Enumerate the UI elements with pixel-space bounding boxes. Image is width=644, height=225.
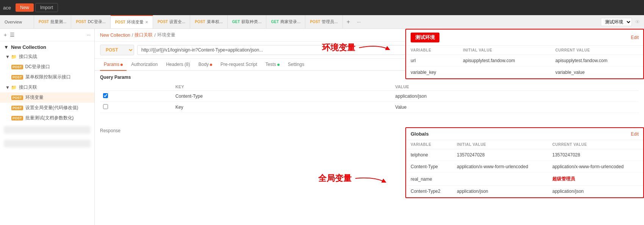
- global-annotation: 全局变量: [318, 169, 389, 188]
- main-layout: + ☰ ··· ▼ New Collection ▼ 📁 接口实战 POST D…: [0, 29, 644, 225]
- breadcrumb-collection[interactable]: New Collection: [100, 33, 130, 38]
- globals-header: Globals Edit: [406, 128, 643, 140]
- item-label-env: 环境变量: [25, 94, 44, 101]
- tab-dc-login-method: POST: [76, 20, 86, 24]
- sidebar-filter-button[interactable]: ☰: [10, 32, 15, 38]
- import-button[interactable]: Import: [35, 3, 58, 12]
- tab-pre-request[interactable]: Pre-request Script: [217, 59, 261, 71]
- globals-ctype2-initial: application/json: [452, 186, 548, 197]
- tab-get-species[interactable]: GET 获取种类...: [228, 15, 267, 29]
- row2-value[interactable]: Value: [392, 102, 639, 113]
- env-panel-header: 测试环境 Edit: [406, 30, 643, 46]
- new-button[interactable]: New: [16, 3, 34, 12]
- collection-name: New Collection: [11, 44, 46, 50]
- sidebar-item-menu-auth[interactable]: POST 菜单权限控制展示接口: [0, 72, 94, 82]
- table-row: Key Value: [100, 102, 639, 113]
- params-table: KEY VALUE Content-Type application/json …: [100, 83, 639, 113]
- params-col-key: KEY: [172, 83, 392, 91]
- method-badge-set-global: POST: [11, 106, 23, 110]
- tab-env-var-method: POST: [115, 20, 125, 24]
- tab-env-var-close[interactable]: ✕: [145, 20, 148, 24]
- env-varkey-var: variable_key: [406, 67, 458, 78]
- tab-body[interactable]: Body: [195, 59, 216, 71]
- breadcrumb-assoc[interactable]: 接口关联: [134, 32, 153, 38]
- tab-batch-test-label: 批量测...: [50, 19, 66, 25]
- tab-authorization[interactable]: Authorization: [127, 59, 161, 71]
- tab-merchant-login[interactable]: GET 商家登录...: [266, 15, 305, 29]
- globals-row-ctype: Content-Type application/x-www-form-urle…: [406, 161, 643, 173]
- sidebar-blur-2: [4, 140, 91, 147]
- tab-headers[interactable]: Headers (8): [162, 59, 194, 71]
- method-badge-batch: POST: [11, 116, 23, 120]
- sidebar-item-batch[interactable]: POST 批量测试(文档参数数化): [0, 113, 94, 123]
- folder-label-practice: 接口实战: [19, 53, 37, 60]
- globals-ctype-initial: application/x-www-form-urlencoded: [452, 161, 548, 173]
- row1-value: application/json: [392, 91, 639, 102]
- sidebar-folder-assoc[interactable]: ▼ 📁 接口关联: [0, 82, 94, 92]
- tabs-bar: Overview POST 批量测... POST DC登录... POST 环…: [0, 15, 644, 29]
- env-varkey-current: variable_value: [551, 67, 643, 78]
- tab-get-species-label: 获取种类...: [241, 19, 261, 25]
- sidebar-add-button[interactable]: +: [4, 32, 7, 38]
- globals-ctype2-var: Content-Type2: [406, 186, 452, 197]
- item-label-dc: DC登录接口: [25, 64, 50, 70]
- method-select[interactable]: POSTGETPUTDELETE: [100, 45, 134, 55]
- global-annotation-arrow: [352, 169, 389, 188]
- globals-telphone-initial: 13570247028: [452, 149, 548, 161]
- tab-dc-login-label: DC登录...: [88, 19, 106, 25]
- tab-settings[interactable]: Settings: [284, 59, 308, 71]
- globals-col-initial: INITIAL VALUE: [452, 140, 548, 149]
- table-row: Content-Type application/json: [100, 91, 639, 102]
- tab-tests[interactable]: Tests: [262, 59, 283, 71]
- tab-env-var[interactable]: POST 环境变量 ✕: [111, 15, 153, 29]
- tab-menu-auth-method: POST: [195, 20, 205, 24]
- tab-admin-method: POST: [310, 20, 320, 24]
- sidebar-folder-practice[interactable]: ▼ 📁 接口实战: [0, 52, 94, 62]
- row2-check[interactable]: [103, 104, 108, 109]
- row1-check[interactable]: [103, 93, 108, 98]
- body-dot: [210, 64, 212, 66]
- tab-params[interactable]: Params: [100, 59, 127, 71]
- env-col-initial: INITIAL VALUE: [458, 46, 551, 55]
- tab-overview[interactable]: Overview: [0, 15, 34, 29]
- tab-batch-test-method: POST: [39, 20, 49, 24]
- globals-realname-current: 超级管理员: [548, 173, 643, 186]
- tab-overflow-button[interactable]: ···: [354, 19, 364, 25]
- globals-table: VARIABLE INITIAL VALUE CURRENT VALUE tel…: [406, 140, 643, 197]
- env-table: VARIABLE INITIAL VALUE CURRENT VALUE url…: [406, 46, 643, 78]
- tab-dc-login[interactable]: POST DC登录...: [71, 15, 110, 29]
- globals-realname-var: real_name: [406, 173, 452, 186]
- method-badge-dc: POST: [11, 65, 23, 69]
- tab-batch-test[interactable]: POST 批量测...: [34, 15, 71, 29]
- globals-row-realname: real_name 超级管理员: [406, 173, 643, 186]
- item-label-menu: 菜单权限控制展示接口: [25, 74, 71, 80]
- tab-set-global-method: POST: [158, 20, 168, 24]
- row2-key[interactable]: Key: [172, 102, 392, 113]
- eye-icon[interactable]: 👁: [635, 19, 640, 25]
- globals-telphone-current: 13570247028: [548, 149, 643, 161]
- sidebar-item-env-var[interactable]: POST 环境变量: [0, 92, 94, 103]
- tab-menu-auth[interactable]: POST 菜单权...: [190, 15, 227, 29]
- env-row-url: url apisupplytest.fandow.com apisupplyte…: [406, 55, 643, 67]
- add-tab-button[interactable]: +: [343, 19, 354, 25]
- breadcrumb-current: 环境变量: [157, 32, 175, 38]
- tab-set-global[interactable]: POST 设置全...: [153, 15, 190, 29]
- content-area: New Collection / 接口关联 / 环境变量 POSTGETPUTD…: [95, 29, 644, 225]
- env-panel: 测试环境 Edit VARIABLE INITIAL VALUE CURRENT…: [405, 29, 644, 79]
- globals-row-telphone: telphone 13570247028 13570247028: [406, 149, 643, 161]
- tab-admin[interactable]: POST 管理员...: [305, 15, 342, 29]
- env-selector[interactable]: 测试环境 生产环境 开发环境: [601, 18, 632, 26]
- item-label-batch: 批量测试(文档参数数化): [25, 115, 74, 121]
- method-badge-menu: POST: [11, 75, 23, 80]
- params-dot: [120, 64, 123, 66]
- collection-label[interactable]: ▼ New Collection: [0, 41, 94, 52]
- folder-label-assoc: 接口关联: [19, 84, 37, 91]
- sidebar-item-set-global[interactable]: POST 设置全局变量(代码修改值): [0, 103, 94, 113]
- sidebar-item-dc-login[interactable]: POST DC登录接口: [0, 62, 94, 72]
- globals-edit[interactable]: Edit: [631, 131, 639, 137]
- globals-panel: Globals Edit VARIABLE INITIAL VALUE CURR…: [405, 127, 644, 198]
- env-panel-edit[interactable]: Edit: [631, 35, 639, 40]
- globals-col-current: CURRENT VALUE: [548, 140, 643, 149]
- method-badge-env: POST: [11, 95, 23, 100]
- sidebar-dots-button[interactable]: ···: [87, 32, 91, 38]
